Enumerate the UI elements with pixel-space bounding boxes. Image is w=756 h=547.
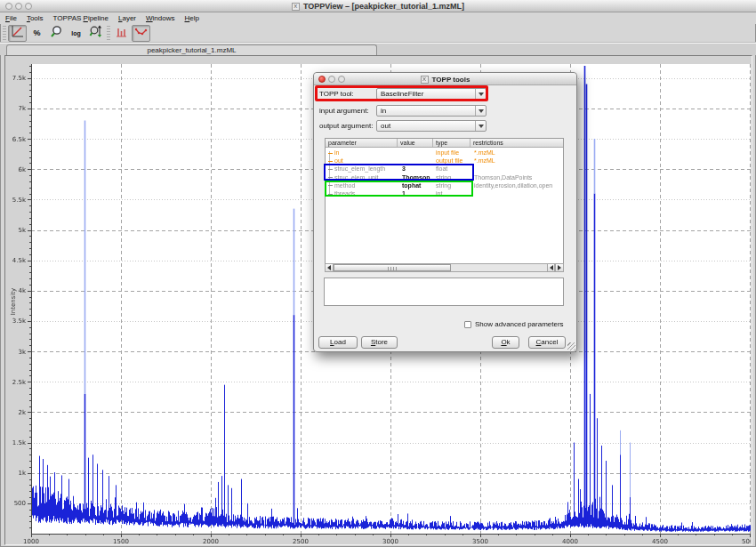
parameter-row-struc_elem_unit[interactable]: struc_elem_unitThomsonstringThomson,Data… <box>326 173 563 181</box>
parameter-table-body: ininput file*.mzMLoutoutput file*.mzMLst… <box>326 149 563 197</box>
show-advanced-label: Show advanced parameters <box>475 320 564 328</box>
column-header-restrictions[interactable]: restrictions <box>470 139 563 147</box>
input-argument-dropdown-button[interactable] <box>475 106 486 116</box>
parameter-row-threads[interactable]: threads1int <box>326 189 563 197</box>
menu-item-help[interactable]: Help <box>185 14 199 22</box>
toolbar-button-zoom-stepper[interactable] <box>86 25 105 42</box>
chevron-down-icon <box>479 125 484 128</box>
toolbar-button-percentage[interactable]: % <box>28 25 46 42</box>
toolbar-button-axes[interactable] <box>8 25 27 42</box>
window-title: TOPPView – [peakpicker_tutorial_1.mzML] <box>303 2 464 11</box>
column-header-parameter[interactable]: parameter <box>326 139 398 147</box>
arrow-left-icon <box>327 265 331 270</box>
scroll-left-button[interactable] <box>326 264 334 271</box>
window-titlebar: X TOPPView – [peakpicker_tutorial_1.mzML… <box>0 0 756 12</box>
magnifier-icon <box>50 25 63 42</box>
axes-icon <box>11 25 24 42</box>
parameter-name-cell: threads <box>326 189 398 197</box>
toolbar-drag-handle[interactable] <box>3 26 6 40</box>
parameter-value-cell[interactable] <box>398 157 433 165</box>
parameter-restrictions-cell: *.mzML <box>470 149 563 157</box>
show-advanced-checkbox[interactable] <box>464 321 471 328</box>
scroll-right-button[interactable] <box>555 264 563 271</box>
tabbar: peakpicker_tutorial_1.mzML <box>0 43 756 55</box>
menu-item-layer[interactable]: Layer <box>118 14 136 22</box>
log-scale-icon: log <box>71 30 81 36</box>
dialog-resize-grip[interactable] <box>567 342 575 350</box>
parameter-value-cell[interactable]: 1 <box>398 189 433 197</box>
input-argument-combobox[interactable]: in <box>376 105 487 117</box>
topp-tool-label: TOPP tool: <box>319 88 354 100</box>
parameter-restrictions-cell <box>470 189 563 197</box>
parameter-type-cell: output file <box>433 157 470 165</box>
tree-branch-icon <box>328 185 333 186</box>
parameter-type-cell: float <box>433 165 470 173</box>
tree-branch-icon <box>328 177 333 178</box>
topp-tool-dropdown-button[interactable] <box>475 89 486 99</box>
toppview-window: X TOPPView – [peakpicker_tutorial_1.mzML… <box>0 0 756 547</box>
input-argument-value: in <box>381 106 386 116</box>
store-button[interactable]: Store <box>361 336 398 349</box>
output-argument-label: output argument: <box>319 120 373 132</box>
parameter-table[interactable]: parameter value type restrictions ininpu… <box>325 138 564 264</box>
parameter-value-cell[interactable]: 3 <box>398 165 433 173</box>
parameter-restrictions-cell <box>470 165 563 173</box>
parameter-type-cell: int <box>433 189 470 197</box>
toolbar: % log <box>0 24 756 43</box>
dialog-app-icon: X <box>421 76 429 84</box>
parameter-restrictions-cell: *.mzML <box>470 157 563 165</box>
parameter-table-header: parameter value type restrictions <box>326 139 563 148</box>
parameter-row-in[interactable]: ininput file*.mzML <box>326 149 563 157</box>
parameter-value-cell[interactable]: tophat <box>398 181 433 189</box>
menu-item-windows[interactable]: Windows <box>146 14 174 22</box>
parameter-restrictions-cell: Thomson,DataPoints <box>470 173 563 181</box>
scroll-left-button-2[interactable] <box>547 264 555 271</box>
zoom-stepper-icon <box>89 25 103 42</box>
parameter-name-cell: in <box>326 149 398 157</box>
tree-branch-icon <box>328 194 333 195</box>
toolbar-button-zoom[interactable] <box>47 25 66 42</box>
scrollbar-thumb[interactable] <box>334 264 451 271</box>
dialog-title: TOPP tools <box>432 76 470 84</box>
output-argument-combobox[interactable]: out <box>376 120 487 132</box>
parameter-type-cell: string <box>433 173 470 181</box>
parameter-name-cell: struc_elem_unit <box>326 173 398 181</box>
toolbar-button-log[interactable]: log <box>67 25 85 42</box>
parameter-name-cell: out <box>326 157 398 165</box>
parameter-row-method[interactable]: methodtophatstringidentity,erosion,dilat… <box>326 181 563 189</box>
peaks-draw-mode-icon <box>115 25 128 42</box>
menu-item-tools[interactable]: Tools <box>27 14 44 22</box>
ok-button[interactable]: Ok <box>492 336 519 349</box>
menubar: FileToolsTOPPAS PipelineLayerWindowsHelp <box>0 12 756 24</box>
menu-item-toppas-pipeline[interactable]: TOPPAS Pipeline <box>53 14 109 22</box>
output-argument-dropdown-button[interactable] <box>475 121 486 131</box>
parameter-row-out[interactable]: outoutput file*.mzML <box>326 157 563 165</box>
parameter-row-struc_elem_length[interactable]: struc_elem_length3float <box>326 165 563 173</box>
arrow-left-icon <box>550 265 553 270</box>
toolbar-button-draw-profile[interactable] <box>132 25 150 42</box>
topp-tool-value: BaselineFilter <box>381 89 423 99</box>
table-horizontal-scrollbar[interactable] <box>325 263 564 272</box>
dialog-title-wrap: X TOPP tools <box>314 73 576 85</box>
column-header-type[interactable]: type <box>433 139 470 147</box>
scrollbar-grip <box>388 267 397 270</box>
load-button[interactable]: Load <box>318 336 358 349</box>
dialog-titlebar: X TOPP tools <box>314 73 576 85</box>
parameter-restrictions-cell: identity,erosion,dilation,open <box>470 181 563 189</box>
percentage-icon: % <box>33 28 40 37</box>
cancel-button[interactable]: Cancel <box>528 336 566 349</box>
toolbar-button-draw-peaks[interactable] <box>112 25 131 42</box>
parameter-value-cell[interactable]: Thomson <box>398 173 433 181</box>
parameter-type-cell: input file <box>433 149 470 157</box>
column-header-value[interactable]: value <box>398 139 433 147</box>
chevron-down-icon <box>479 93 484 96</box>
topp-tool-combobox[interactable]: BaselineFilter <box>376 88 487 100</box>
tree-branch-icon <box>328 153 333 154</box>
parameter-description-box <box>324 278 564 306</box>
input-argument-label: input argument: <box>319 105 369 117</box>
parameter-value-cell[interactable] <box>398 149 433 157</box>
parameter-type-cell: string <box>433 181 470 189</box>
menu-item-file[interactable]: File <box>5 14 17 22</box>
tree-branch-icon <box>328 161 333 162</box>
toolbar-separator <box>107 26 110 40</box>
